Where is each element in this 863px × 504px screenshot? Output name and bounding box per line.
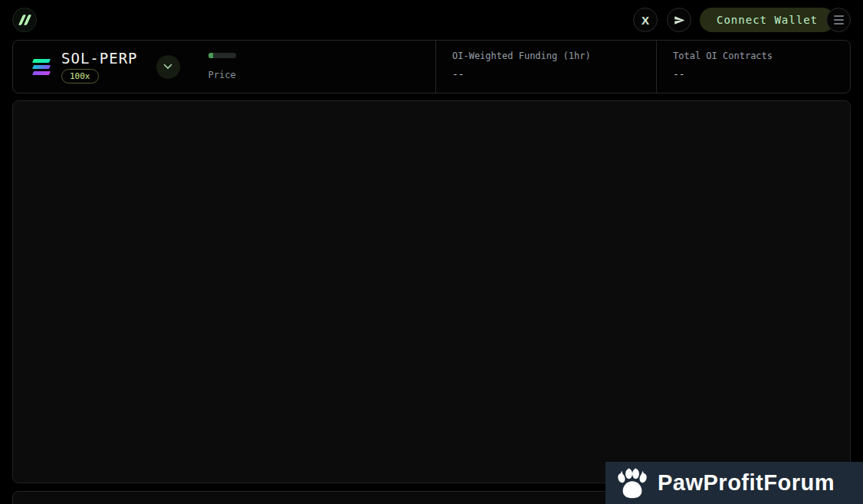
market-symbol: SOL-PERP (61, 51, 138, 66)
market-stats-bar: SOL-PERP 100x Price OI-Weighted Funding … (12, 40, 851, 93)
price-chart-panel[interactable] (12, 100, 851, 483)
top-nav: X Connect Wallet (0, 0, 863, 40)
solana-icon (33, 59, 50, 75)
price-stat: Price (208, 53, 236, 80)
double-slash-logo-icon (18, 15, 31, 25)
watermark-text: PawProfitForum (658, 470, 835, 496)
chevron-down-icon (163, 64, 172, 70)
paw-icon (615, 466, 650, 500)
x-logo-icon: X (642, 14, 649, 27)
telegram-social-button[interactable] (667, 8, 691, 32)
x-social-button[interactable]: X (633, 8, 658, 32)
market-pair-block: SOL-PERP 100x (61, 51, 138, 83)
app-logo[interactable] (12, 8, 37, 32)
total-oi-stat-value: -- (673, 68, 850, 80)
price-stat-label: Price (208, 70, 236, 80)
menu-button[interactable] (826, 8, 851, 32)
hamburger-icon (834, 15, 844, 25)
market-dropdown-button[interactable] (156, 55, 180, 79)
pawprofitforum-watermark: PawProfitForum (605, 462, 863, 504)
price-loading-skeleton (208, 53, 236, 58)
total-oi-stat-label: Total OI Contracts (673, 51, 850, 61)
connect-wallet-button[interactable]: Connect Wallet (700, 8, 835, 32)
funding-stat-value: -- (452, 68, 656, 80)
market-selector-section: SOL-PERP 100x Price (13, 41, 435, 93)
telegram-icon (674, 15, 685, 26)
funding-stat-label: OI-Weighted Funding (1hr) (452, 51, 656, 61)
funding-stat: OI-Weighted Funding (1hr) -- (435, 41, 656, 93)
leverage-badge: 100x (61, 69, 99, 83)
total-oi-stat: Total OI Contracts -- (656, 41, 850, 93)
